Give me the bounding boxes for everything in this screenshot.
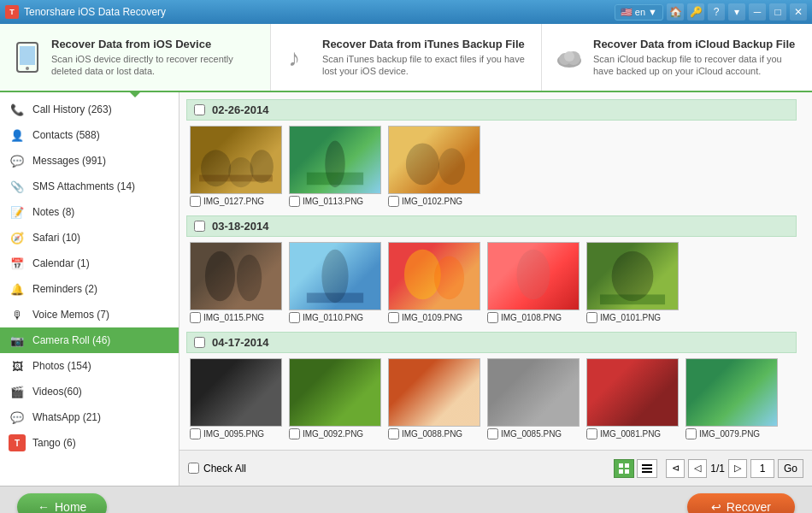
photo-checkbox[interactable]: [388, 312, 399, 323]
lang-selector[interactable]: 🇺🇸 en ▼: [615, 4, 663, 21]
photo-checkbox[interactable]: [388, 428, 399, 439]
photo-label: IMG_0085.PNG: [487, 428, 580, 439]
photo-label: IMG_0081.PNG: [586, 428, 679, 439]
title-bar-controls: 🇺🇸 en ▼ 🏠 🔑 ? ▾ ─ □ ✕: [615, 3, 807, 21]
sidebar-item-messages[interactable]: 💬 Messages (991): [0, 148, 179, 174]
check-all-checkbox[interactable]: [188, 463, 199, 474]
sidebar-item-whatsapp[interactable]: 💬 WhatsApp (21): [0, 404, 179, 430]
app-title: Tenorshare iOS Data Recovery: [24, 6, 615, 18]
svg-point-22: [517, 250, 550, 300]
photo-label: IMG_0115.PNG: [190, 312, 282, 323]
photo-checkbox[interactable]: [685, 428, 697, 439]
page-info: 1/1: [710, 463, 725, 475]
svg-text:♪: ♪: [288, 44, 300, 71]
tab-ios-device-content: Recover Data from iOS Device Scan iOS de…: [51, 38, 258, 78]
tango-icon: T: [9, 434, 26, 451]
photo-checkbox[interactable]: [388, 196, 399, 207]
help-btn[interactable]: ?: [708, 3, 725, 21]
photo-checkbox[interactable]: [586, 312, 597, 323]
sidebar-item-calendar[interactable]: 📅 Calendar (1): [0, 251, 179, 276]
notes-icon: 📝: [9, 203, 26, 221]
sidebar-item-call-history[interactable]: 📞 Call History (263): [0, 97, 179, 122]
photo-checkbox[interactable]: [289, 428, 300, 439]
list-item: IMG_0113.PNG: [289, 126, 381, 207]
maximize-btn[interactable]: □: [769, 3, 786, 21]
home-button[interactable]: ← Home: [17, 493, 107, 514]
svg-point-23: [612, 251, 654, 302]
go-btn[interactable]: Go: [778, 459, 803, 478]
bottom-toolbar: Check All: [179, 450, 812, 486]
videos-icon: 🎬: [9, 383, 26, 400]
grid-view-btn[interactable]: [614, 459, 634, 478]
photo-checkbox[interactable]: [586, 428, 597, 439]
sidebar-item-voice-memos[interactable]: 🎙 Voice Memos (7): [0, 302, 179, 327]
main-layout: 📞 Call History (263) 👤 Contacts (588) 💬 …: [0, 92, 812, 486]
sidebar-item-safari[interactable]: 🧭 Safari (10): [0, 225, 179, 251]
sidebar-item-camera-roll[interactable]: 📷 Camera Roll (46): [0, 327, 179, 353]
tab-icloud-content: Recover Data from iCloud Backup File Sca…: [593, 38, 800, 78]
sidebar-item-reminders[interactable]: 🔔 Reminders (2): [0, 276, 179, 302]
tab-icloud-desc: Scan iCloud backup file to recover data …: [593, 53, 800, 78]
app-bottom-bar: ← Home ↩ Recover: [0, 486, 812, 513]
photo-checkbox[interactable]: [190, 428, 201, 439]
photo-thumb: [388, 358, 480, 427]
whatsapp-icon: 💬: [9, 409, 26, 426]
svg-point-21: [434, 256, 464, 300]
tab-ios-desc: Scan iOS device directly to recover rece…: [51, 53, 258, 78]
photo-thumb: [388, 126, 480, 194]
svg-rect-13: [307, 173, 363, 186]
sidebar: 📞 Call History (263) 👤 Contacts (588) 💬 …: [0, 92, 179, 486]
list-view-btn[interactable]: [637, 459, 657, 478]
svg-point-14: [406, 144, 439, 186]
photo-checkbox[interactable]: [190, 312, 201, 323]
next-page-btn[interactable]: ▷: [728, 459, 747, 478]
list-item: IMG_0110.PNG: [289, 242, 381, 323]
sidebar-item-photos[interactable]: 🖼 Photos (154): [0, 353, 179, 379]
date-group-2-checkbox[interactable]: [194, 221, 205, 232]
sidebar-item-notes[interactable]: 📝 Notes (8): [0, 199, 179, 225]
list-item: IMG_0088.PNG: [388, 358, 480, 439]
date-group-3-checkbox[interactable]: [194, 337, 205, 348]
list-item: IMG_0079.PNG: [685, 358, 778, 439]
sidebar-item-tango[interactable]: T Tango (6): [0, 430, 179, 456]
photo-label: IMG_0109.PNG: [388, 312, 480, 323]
svg-point-2: [26, 67, 29, 70]
minimize-btn[interactable]: ─: [749, 3, 766, 21]
camera-roll-icon: 📷: [9, 332, 26, 349]
photo-label: IMG_0102.PNG: [388, 196, 480, 207]
photo-checkbox[interactable]: [487, 312, 498, 323]
photo-checkbox[interactable]: [190, 196, 201, 207]
recover-button[interactable]: ↩ Recover: [687, 493, 795, 514]
list-item: IMG_0101.PNG: [586, 242, 679, 323]
list-item: IMG_0102.PNG: [388, 126, 480, 207]
photo-label: IMG_0095.PNG: [190, 428, 282, 439]
check-all-area: Check All: [188, 463, 246, 475]
key-icon-btn[interactable]: 🔑: [687, 3, 704, 21]
photo-checkbox[interactable]: [487, 428, 498, 439]
photo-label: IMG_0092.PNG: [289, 428, 381, 439]
photo-thumb: [487, 242, 580, 310]
tab-itunes[interactable]: ♪ Recover Data from iTunes Backup File S…: [271, 24, 542, 91]
sidebar-item-sms-attachments[interactable]: 📎 SMS Attachments (14): [0, 174, 179, 199]
tab-icloud[interactable]: Recover Data from iCloud Backup File Sca…: [542, 24, 812, 91]
home-icon-btn[interactable]: 🏠: [667, 3, 684, 21]
sidebar-item-videos[interactable]: 🎬 Videos(60): [0, 379, 179, 404]
reminders-icon: 🔔: [9, 280, 26, 298]
sidebar-item-contacts[interactable]: 👤 Contacts (588): [0, 122, 179, 148]
phone-icon: [12, 42, 43, 73]
svg-point-15: [438, 148, 465, 185]
music-icon: ♪: [283, 42, 314, 73]
date-group-1-checkbox[interactable]: [194, 104, 205, 115]
photo-checkbox[interactable]: [289, 312, 300, 323]
photo-checkbox[interactable]: [289, 196, 300, 207]
tab-ios-device[interactable]: Recover Data from iOS Device Scan iOS de…: [0, 24, 271, 91]
photo-thumb: [685, 358, 778, 427]
first-page-btn[interactable]: ⊲: [666, 459, 685, 478]
menu-btn[interactable]: ▾: [728, 3, 745, 21]
close-btn[interactable]: ✕: [790, 3, 807, 21]
svg-rect-29: [642, 464, 652, 466]
page-number-input[interactable]: [750, 459, 774, 478]
photo-label: IMG_0127.PNG: [190, 196, 282, 207]
prev-page-btn[interactable]: ◁: [688, 459, 707, 478]
svg-rect-25: [619, 463, 623, 468]
